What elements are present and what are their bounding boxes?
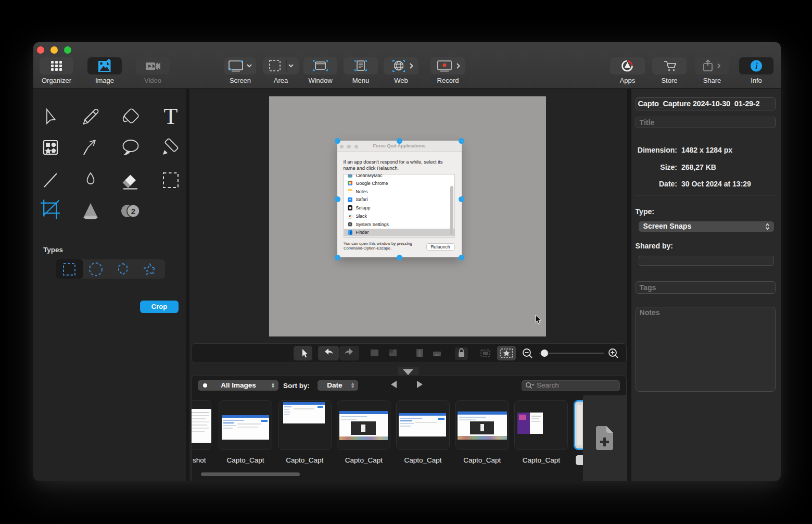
svg-text:i: i [755,61,758,70]
svg-text:2: 2 [131,207,135,216]
svg-text:T: T [164,104,178,129]
